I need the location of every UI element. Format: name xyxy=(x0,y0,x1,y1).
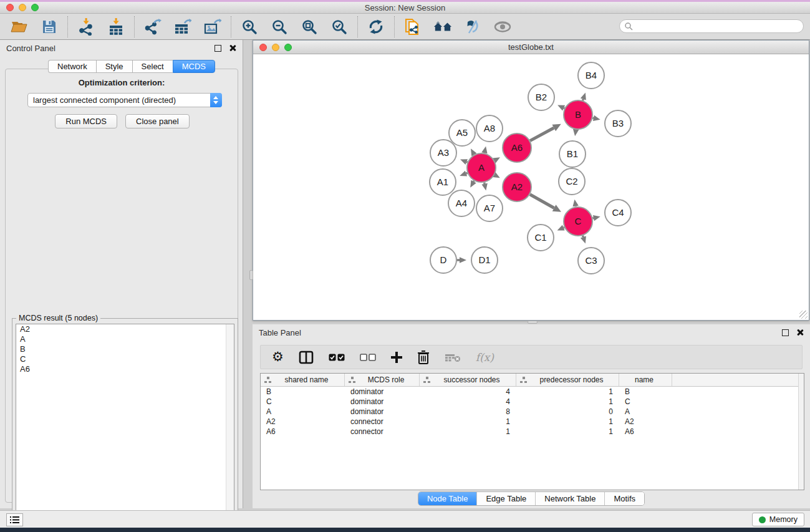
tab-style[interactable]: Style xyxy=(96,60,132,73)
table-cell[interactable]: B xyxy=(619,387,672,397)
delete-column-icon[interactable] xyxy=(417,348,430,367)
run-mcds-button[interactable]: Run MCDS xyxy=(55,114,117,128)
list-scrollbar[interactable] xyxy=(226,324,234,529)
zoom-selected-icon[interactable] xyxy=(330,17,349,36)
table-row[interactable]: Cdominator41C xyxy=(261,397,804,407)
eye-icon[interactable] xyxy=(493,17,512,36)
graph-edge-A-A4[interactable] xyxy=(474,181,475,181)
close-panel-button[interactable]: Close panel xyxy=(125,114,190,128)
graph-edge-A6-B[interactable] xyxy=(530,128,554,141)
tab-network[interactable]: Network xyxy=(48,60,96,73)
table-options-icon[interactable]: ⚙ xyxy=(272,348,284,367)
table-cell[interactable]: A2 xyxy=(261,417,345,427)
table-cell[interactable]: connector xyxy=(345,417,420,427)
mcds-result-item[interactable]: C xyxy=(16,354,234,364)
show-columns-icon[interactable] xyxy=(299,348,314,367)
zoom-fit-icon[interactable] xyxy=(300,17,319,36)
table-cell[interactable]: 4 xyxy=(420,397,516,407)
column-header-shared-name[interactable]: shared name xyxy=(261,374,345,386)
table-row[interactable]: A6connector11A6 xyxy=(261,427,804,437)
export-network-icon[interactable] xyxy=(143,17,162,36)
table-scrollbar[interactable] xyxy=(798,374,804,490)
graphics-details-icon[interactable] xyxy=(463,17,482,36)
node-table[interactable]: shared nameMCDS rolesuccessor nodesprede… xyxy=(260,373,804,490)
network-canvas[interactable]: B4B2BB3A5A8A6B1A3AA1C2A2A4A7C4CC1C3DD1 xyxy=(253,54,809,320)
graph-edge-A2-C[interactable] xyxy=(530,195,554,208)
export-image-icon[interactable] xyxy=(203,17,222,36)
zoom-out-icon[interactable] xyxy=(270,17,289,36)
graph-edge-B-B4[interactable] xyxy=(583,99,584,100)
add-column-icon[interactable] xyxy=(391,352,402,363)
mcds-result-item[interactable]: A xyxy=(16,334,234,344)
graph-edge-B-B2[interactable] xyxy=(564,108,564,109)
tab-network-table[interactable]: Network Table xyxy=(536,492,605,505)
column-header-successor-nodes[interactable]: successor nodes xyxy=(420,374,516,386)
graph-edge-A-A3[interactable] xyxy=(466,162,467,163)
float-panel-icon[interactable] xyxy=(782,329,789,336)
mcds-result-item[interactable]: A2 xyxy=(16,324,234,334)
close-panel-icon[interactable] xyxy=(796,329,804,336)
table-cell[interactable]: C xyxy=(261,397,345,407)
table-row[interactable]: Adominator80A xyxy=(261,407,804,417)
table-cell[interactable]: 1 xyxy=(516,417,619,427)
table-body[interactable]: Bdominator41BCdominator41CAdominator80AA… xyxy=(261,387,804,437)
graph-edge-C-C3[interactable] xyxy=(583,236,584,237)
resize-grip-icon[interactable] xyxy=(799,311,808,319)
table-cell[interactable]: B xyxy=(261,387,345,397)
search-input[interactable] xyxy=(633,21,803,32)
table-cell[interactable]: dominator xyxy=(345,397,420,407)
column-header-predecessor-nodes[interactable]: predecessor nodes xyxy=(516,374,619,386)
table-row[interactable]: A2connector11A2 xyxy=(261,417,804,427)
table-cell[interactable]: 8 xyxy=(420,407,516,417)
table-cell[interactable]: A xyxy=(619,407,672,417)
apply-layout-icon[interactable] xyxy=(367,17,385,36)
import-table-icon[interactable] xyxy=(107,17,125,36)
table-cell[interactable]: 4 xyxy=(420,387,516,397)
tab-mcds[interactable]: MCDS xyxy=(173,60,215,73)
network-graph[interactable]: B4B2BB3A5A8A6B1A3AA1C2A2A4A7C4CC1C3DD1 xyxy=(253,54,809,320)
table-cell[interactable]: A2 xyxy=(619,417,672,427)
table-cell[interactable]: 1 xyxy=(420,427,516,437)
select-all-icon[interactable] xyxy=(329,348,345,367)
table-cell[interactable]: A xyxy=(261,407,345,417)
network-window-titlebar[interactable]: testGlobe.txt xyxy=(253,41,809,54)
split-divider-handle[interactable] xyxy=(528,321,538,324)
deselect-all-icon[interactable] xyxy=(360,348,376,367)
zoom-in-icon[interactable] xyxy=(240,17,259,36)
float-panel-icon[interactable] xyxy=(215,45,221,52)
mcds-result-item[interactable]: A6 xyxy=(16,364,234,374)
table-cell[interactable]: connector xyxy=(345,427,420,437)
tab-select[interactable]: Select xyxy=(132,60,173,73)
table-header-row[interactable]: shared nameMCDS rolesuccessor nodesprede… xyxy=(261,374,804,387)
tab-node-table[interactable]: Node Table xyxy=(418,492,478,505)
table-cell[interactable]: 1 xyxy=(516,427,619,437)
criterion-dropdown[interactable]: largest connected component (directed) xyxy=(27,93,222,107)
table-cell[interactable]: dominator xyxy=(345,387,420,397)
tab-motifs[interactable]: Motifs xyxy=(605,492,644,505)
table-cell[interactable]: dominator xyxy=(345,407,420,417)
task-history-button[interactable] xyxy=(6,513,23,526)
column-header-MCDS-role[interactable]: MCDS role xyxy=(345,374,420,386)
graph-edge-A-A1[interactable] xyxy=(466,173,468,173)
table-row[interactable]: Bdominator41B xyxy=(261,387,804,397)
table-cell[interactable]: C xyxy=(619,397,672,407)
table-cell[interactable]: 1 xyxy=(516,397,619,407)
graph-edge-C-C1[interactable] xyxy=(564,228,564,228)
import-network-icon[interactable] xyxy=(77,17,95,36)
column-header-name[interactable]: name xyxy=(619,374,672,386)
table-cell[interactable]: 1 xyxy=(516,387,619,397)
mcds-result-list[interactable]: A2ABCA6 xyxy=(16,324,234,530)
close-panel-icon[interactable] xyxy=(229,44,236,52)
save-session-icon[interactable] xyxy=(40,17,59,36)
table-cell[interactable]: A6 xyxy=(619,427,672,437)
first-neighbors-icon[interactable] xyxy=(403,17,422,36)
table-cell[interactable]: 0 xyxy=(516,407,619,417)
tab-edge-table[interactable]: Edge Table xyxy=(477,492,536,505)
search-field[interactable] xyxy=(619,19,804,33)
table-cell[interactable]: A6 xyxy=(261,427,345,437)
table-cell[interactable]: 1 xyxy=(420,417,516,427)
memory-button[interactable]: Memory xyxy=(752,513,804,526)
mcds-result-item[interactable]: B xyxy=(16,344,234,354)
open-file-icon[interactable] xyxy=(10,17,29,36)
home-icons[interactable] xyxy=(433,17,452,36)
